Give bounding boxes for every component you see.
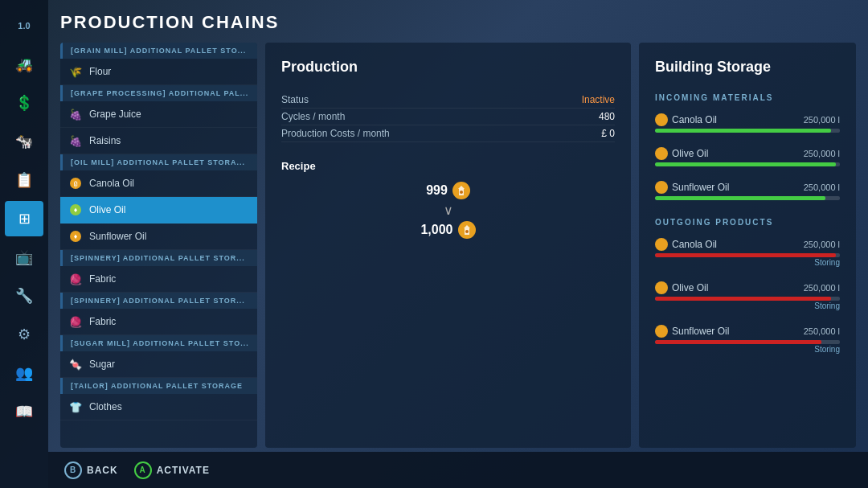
sunflower-out-icon — [655, 325, 668, 338]
list-item-sunflower-oil[interactable]: ♦ Sunflower Oil — [60, 223, 257, 250]
sugar-icon: 🍬 — [68, 357, 83, 371]
recipe-input-amount: 999 — [426, 183, 448, 198]
incoming-canola: Canola Oil 250,000 l — [655, 113, 840, 133]
svg-point-7 — [460, 191, 463, 194]
sidebar-item-money[interactable]: 💲 — [5, 85, 43, 121]
bottom-bar: B BACK A ACTIVATE — [48, 452, 868, 488]
list-item-fabric2[interactable]: 🧶 Fabric — [60, 309, 257, 335]
olive-incoming-fill — [655, 162, 836, 166]
olive-storing-label: Storing — [655, 301, 840, 310]
machine-icon: 🔧 — [15, 287, 33, 305]
section-spinnery2: [SPINNERY] ADDITIONAL PALLET STOR... — [60, 293, 257, 309]
back-key: B — [64, 461, 82, 479]
canola-out-name: Canola Oil — [672, 239, 717, 250]
sidebar-item-org[interactable]: 👥 — [5, 355, 43, 391]
money-icon: 💲 — [15, 94, 33, 112]
sunflower-out-fill — [655, 340, 821, 344]
list-item-clothes[interactable]: 👕 Clothes — [60, 394, 257, 420]
section-spinnery1: [SPINNERY] ADDITIONAL PALLET STOR... — [60, 250, 257, 266]
svg-text:🛢: 🛢 — [72, 181, 79, 188]
sidebar-item-machine[interactable]: 🔧 — [5, 278, 43, 314]
olive-out-amount: 250,000 l — [804, 283, 840, 293]
sidebar-item-book[interactable]: 📋 — [5, 162, 43, 198]
section-sugar-mill: [SUGAR MILL] ADDITIONAL PALLET STO... — [60, 335, 257, 351]
org-icon: 👥 — [15, 364, 33, 382]
section-tailor: [TAILOR] ADDITIONAL PALLET STORAGE — [60, 378, 257, 394]
outgoing-sunflower: Sunflower Oil 250,000 l Storing — [655, 325, 840, 354]
canola-out-amount: 250,000 l — [804, 240, 840, 249]
recipe-input: 999 — [426, 182, 470, 199]
guide-icon: 📖 — [15, 403, 33, 420]
list-item-sugar[interactable]: 🍬 Sugar — [60, 351, 257, 378]
sunflower-storing-label: Storing — [655, 345, 840, 354]
back-button[interactable]: B BACK — [64, 461, 118, 479]
incoming-sunflower: Sunflower Oil 250,000 l — [655, 181, 840, 200]
list-item-raisins[interactable]: 🍇 Raisins — [60, 128, 257, 154]
sidebar-item-version[interactable]: 1.0 — [5, 8, 43, 43]
production-icon: ⊞ — [18, 210, 31, 228]
gear-icon: ⚙ — [18, 326, 31, 343]
fabric2-icon: 🧶 — [68, 314, 83, 329]
sidebar-item-gear[interactable]: ⚙ — [5, 317, 43, 352]
recipe-items: 999 ∨ 1,000 — [281, 182, 615, 239]
activate-key: A — [134, 461, 152, 479]
list-item-flour[interactable]: 🌾 Flour — [60, 59, 257, 85]
activate-button[interactable]: A ACTIVATE — [134, 461, 210, 479]
back-label: BACK — [87, 465, 118, 476]
canola-incoming-bar — [655, 129, 840, 133]
production-list[interactable]: [GRAIN MILL] ADDITIONAL PALLET STO... 🌾 … — [60, 43, 257, 448]
sidebar-item-tractor[interactable]: 🚜 — [5, 47, 43, 82]
content-row: [GRAIN MILL] ADDITIONAL PALLET STO... 🌾 … — [60, 43, 856, 448]
incoming-olive: Olive Oil 250,000 l — [655, 147, 840, 166]
olive-incoming-amount: 250,000 l — [804, 149, 840, 158]
recipe-output: 1,000 — [420, 221, 475, 239]
olive-out-name: Olive Oil — [672, 282, 708, 293]
storage-panel: Building Storage INCOMING MATERIALS Cano… — [639, 43, 856, 448]
svg-point-13 — [657, 240, 666, 249]
clothes-icon: 👕 — [68, 400, 83, 414]
recipe-input-icon — [452, 182, 470, 199]
svg-text:♦: ♦ — [74, 232, 78, 240]
juice-icon: 🍇 — [68, 107, 83, 121]
main-content: PRODUCTION CHAINS [GRAIN MILL] ADDITIONA… — [48, 0, 868, 488]
svg-point-15 — [657, 326, 666, 336]
section-oil-mill: [OIL MILL] ADDITIONAL PALLET STORA... — [60, 154, 257, 170]
tractor-icon: 🚜 — [15, 55, 33, 73]
list-item-grape-juice[interactable]: 🍇 Grape Juice — [60, 101, 257, 128]
sidebar-item-animal[interactable]: 🐄 — [5, 124, 43, 159]
flour-icon: 🌾 — [68, 64, 83, 79]
recipe-section: Recipe 999 ∨ 1,00 — [281, 160, 615, 239]
list-item-olive-oil[interactable]: ♦ Olive Oil — [60, 197, 257, 223]
outgoing-olive: Olive Oil 250,000 l Storing — [655, 281, 840, 310]
fabric1-icon: 🧶 — [68, 272, 83, 286]
sunflower-out-amount: 250,000 l — [804, 326, 840, 336]
sidebar-item-guide[interactable]: 📖 — [5, 394, 43, 429]
stats-row-cycles: Cycles / month 480 — [281, 109, 615, 125]
recipe-output-icon — [458, 221, 476, 239]
canola-incoming-amount: 250,000 l — [804, 115, 840, 125]
stats-row-costs: Production Costs / month £ 0 — [281, 125, 615, 142]
svg-point-12 — [657, 182, 666, 192]
canola-out-bar — [655, 253, 840, 257]
canola-storing-label: Storing — [655, 258, 840, 267]
sunflower-incoming-icon — [655, 181, 668, 194]
canola-incoming-fill — [655, 129, 831, 133]
production-stats: Status Inactive Cycles / month 480 Produ… — [281, 92, 615, 142]
sunflower-out-bar — [655, 340, 840, 344]
list-item-canola-oil[interactable]: 🛢 Canola Oil — [60, 170, 257, 197]
production-title: Production — [281, 59, 615, 76]
svg-point-11 — [657, 149, 666, 158]
olive-incoming-icon — [655, 147, 668, 160]
sidebar-item-monitor[interactable]: 📺 — [5, 240, 43, 275]
activate-label: ACTIVATE — [157, 465, 210, 476]
storage-title: Building Storage — [655, 59, 840, 76]
sunflower-incoming-name: Sunflower Oil — [672, 182, 729, 193]
animal-icon: 🐄 — [15, 133, 33, 150]
svg-point-10 — [657, 115, 666, 125]
list-item-fabric1[interactable]: 🧶 Fabric — [60, 266, 257, 293]
version-icon: 1.0 — [18, 21, 30, 31]
incoming-label: INCOMING MATERIALS — [655, 93, 840, 102]
sidebar-item-production[interactable]: ⊞ — [5, 201, 43, 236]
olive-out-fill — [655, 297, 831, 301]
recipe-output-amount: 1,000 — [420, 223, 452, 237]
